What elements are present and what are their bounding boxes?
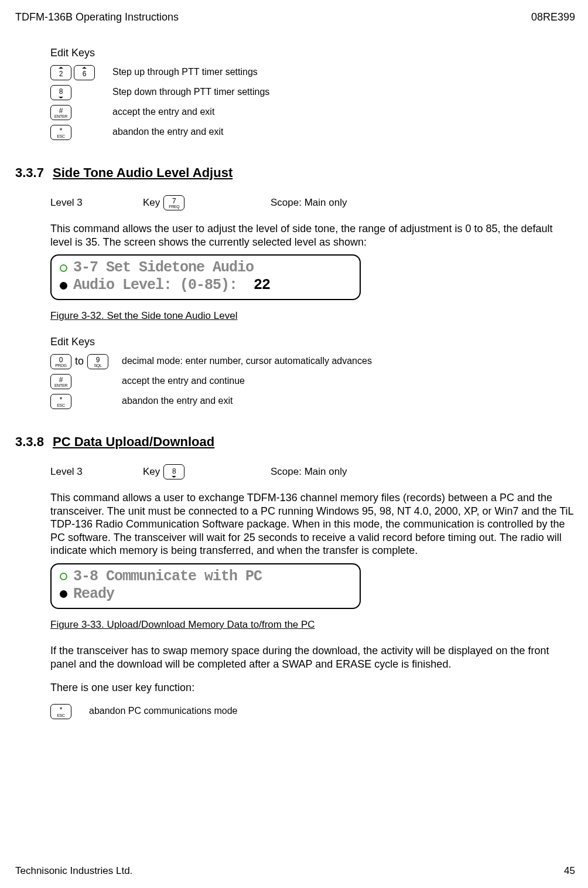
edit-keys-table-1: 2 6 Step up through PTT timer settings 8… (50, 64, 575, 141)
led-green-icon (60, 264, 67, 272)
header-left: TDFM-136B Operating Instructions (15, 11, 179, 24)
edit-keys-1-row-0-desc: Step up through PTT timer settings (112, 66, 258, 79)
key-esc-2: *ESC (50, 394, 71, 409)
sec337-key-label: Key (143, 196, 160, 209)
key-8: 8 (50, 85, 71, 100)
lcd-337-line1: 3-7 Set Sidetone Audio (73, 258, 254, 278)
figure-3-32-caption: Figure 3-32. Set the Side tone Audio Lev… (50, 309, 575, 322)
sec337-level: Level 3 (50, 196, 115, 209)
edit-keys-2-row-0-desc: decimal mode: enter number, cursor autom… (122, 355, 372, 368)
lcd-sidetone: 3-7 Set Sidetone Audio Audio Level: (0-8… (50, 254, 361, 300)
key-7-freq: 7FREQ (163, 195, 184, 210)
key-2: 2 (50, 65, 71, 80)
sec338-body2: If the transceiver has to swap memory sp… (50, 644, 575, 671)
section-3-3-7-heading: 3.3.7Side Tone Audio Level Adjust (15, 165, 575, 182)
lcd-337-line2a: Audio Level: (0-85): (73, 277, 245, 294)
key-0-prog: 0PROG (50, 354, 71, 369)
led-green-icon-2 (60, 573, 67, 580)
lcd-338-line1: 3-8 Communicate with PC (73, 567, 262, 587)
led-black-icon (60, 282, 67, 290)
sec338-last-key-desc: abandon PC communications mode (89, 705, 237, 717)
sec338-level: Level 3 (50, 465, 115, 478)
edit-keys-2-row-1-desc: accept the entry and continue (122, 375, 245, 387)
edit-keys-1-row-1-desc: Step down through PTT timer settings (112, 86, 269, 98)
header-right: 08RE399 (531, 11, 575, 24)
edit-keys-1-row-3-desc: abandon the entry and exit (112, 126, 223, 138)
key-esc: *ESC (50, 125, 71, 140)
lcd-337-line2b: 22 (245, 277, 270, 294)
section-3-3-8-heading: 3.3.8PC Data Upload/Download (15, 434, 575, 451)
edit-keys-title-2: Edit Keys (50, 335, 575, 349)
edit-keys-title-1: Edit Keys (50, 46, 575, 60)
key-enter-2: #ENTER (50, 374, 71, 389)
edit-keys-1-row-2-desc: accept the entry and exit (112, 106, 214, 118)
footer-left: Technisonic Industries Ltd. (15, 865, 132, 877)
key-9-sql: 9SQL (87, 354, 108, 369)
footer-right: 45 (564, 865, 575, 877)
sec337-body: This command allows the user to adjust t… (50, 222, 575, 249)
sec338-body1: This command allows a user to exchange T… (50, 491, 575, 557)
edit-keys-2-row-2-desc: abandon the entry and exit (122, 395, 233, 407)
key-esc-3: *ESC (50, 704, 71, 719)
sec337-scope: Scope: Main only (271, 196, 347, 209)
edit-keys-table-2: 0PROG to 9SQL decimal mode: enter number… (50, 353, 575, 410)
key-enter: #ENTER (50, 105, 71, 120)
sec338-body3: There is one user key function: (50, 681, 575, 695)
sec338-scope: Scope: Main only (271, 465, 347, 478)
sec338-key-label: Key (143, 465, 160, 478)
lcd-338-line2: Ready (73, 585, 114, 604)
lcd-pc-comm: 3-8 Communicate with PC Ready (50, 563, 361, 609)
led-black-icon-2 (60, 590, 67, 598)
figure-3-33-caption: Figure 3-33. Upload/Download Memory Data… (50, 618, 575, 631)
key-6: 6 (74, 65, 95, 80)
key-to-label: to (75, 355, 84, 368)
key-8-b: 8 (163, 464, 184, 479)
